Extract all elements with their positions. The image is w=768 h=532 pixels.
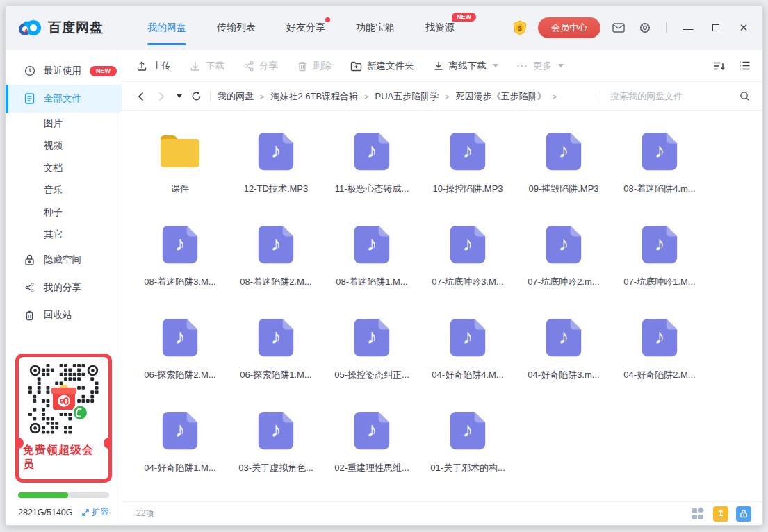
sidebar-item-hidden-space[interactable]: 隐藏空间	[6, 246, 122, 274]
gift-icon	[51, 385, 76, 410]
file-item[interactable]: ♪ 10-操控陷阱.MP3	[420, 121, 516, 214]
breadcrumb-item[interactable]: PUA五步陷阱学	[375, 90, 439, 103]
file-item[interactable]: ♪ 课件	[132, 121, 228, 214]
sidebar-item-pictures[interactable]: 图片	[6, 113, 122, 135]
file-name: 07-坑底呻吟3.M...	[432, 276, 503, 288]
file-icon: ♪	[254, 129, 298, 174]
header-right: $ 会员中心 — ✕	[512, 17, 753, 38]
tab-my-drive[interactable]: 我的网盘	[147, 6, 186, 50]
coin-badge-icon[interactable]: $	[512, 19, 528, 36]
file-item[interactable]: ♪ 08-着迷陷阱4.m...	[612, 121, 708, 214]
refresh-icon[interactable]	[189, 90, 203, 103]
file-icon: ♪	[350, 222, 394, 267]
music-note-glyph: ♪	[350, 222, 394, 267]
backup-upload-icon[interactable]	[713, 506, 728, 522]
hidden-space-lock-icon[interactable]	[736, 506, 751, 522]
file-item[interactable]: ♪ 04-好奇陷阱2.M...	[612, 307, 708, 400]
back-button[interactable]	[133, 90, 147, 103]
sidebar-item-others[interactable]: 其它	[6, 224, 122, 246]
file-item[interactable]: ♪ 06-探索陷阱1.M...	[228, 307, 324, 400]
file-item[interactable]: ♪ 09-摧毁陷阱.MP3	[516, 121, 612, 214]
upload-button[interactable]: 上传	[136, 60, 171, 72]
file-item[interactable]: ♪ 04-好奇陷阱1.M...	[132, 400, 228, 493]
breadcrumb-item[interactable]: 死囚漫步《五步陷阱》	[456, 90, 546, 103]
breadcrumb-item[interactable]: 淘妹社2.6TB课程合辑	[270, 90, 358, 103]
download-button[interactable]: 下载	[190, 60, 224, 72]
file-item[interactable]: ♪ 03-关于虚拟角色...	[228, 400, 324, 493]
search-input[interactable]	[610, 91, 732, 101]
file-icon: ♪	[541, 222, 586, 267]
offline-download-button[interactable]: 离线下载	[433, 60, 498, 72]
top-tabs: 我的网盘 传输列表 好友分享 功能宝箱 找资源 NEW	[147, 6, 455, 50]
file-item[interactable]: ♪ 06-探索陷阱2.M...	[132, 307, 228, 400]
tab-find-resources[interactable]: 找资源 NEW	[425, 6, 455, 50]
file-item[interactable]: ♪ 11-极恶心态铸成...	[324, 121, 420, 214]
share-button[interactable]: 分享	[243, 60, 278, 72]
mini-apps-icon[interactable]	[690, 506, 705, 522]
breadcrumb-item[interactable]: 我的网盘	[218, 90, 254, 103]
file-icon: ♪	[446, 129, 490, 174]
svg-text:$: $	[518, 25, 521, 32]
tab-transfer-list[interactable]: 传输列表	[217, 6, 256, 50]
file-name: 02-重建理性思维...	[334, 462, 409, 474]
sidebar-item-my-shares[interactable]: 我的分享	[6, 274, 122, 301]
more-button[interactable]: ··· 更多	[517, 60, 564, 72]
settings-gear-icon[interactable]	[637, 19, 653, 36]
mail-icon[interactable]	[610, 19, 627, 36]
minimize-button[interactable]: —	[679, 19, 697, 37]
file-item[interactable]: ♪ 08-着迷陷阱1.M...	[324, 214, 420, 307]
file-icon: ♪	[158, 129, 202, 174]
file-item[interactable]: ♪ 07-坑底呻吟1.M...	[612, 214, 708, 307]
promo-qr-card[interactable]: 免费领超级会员	[15, 354, 112, 483]
file-item[interactable]: ♪ 08-着迷陷阱2.M...	[228, 214, 324, 307]
file-name: 04-好奇陷阱4.M...	[432, 369, 503, 381]
sidebar-item-music[interactable]: 音乐	[6, 179, 122, 201]
music-note-glyph: ♪	[541, 129, 586, 174]
close-button[interactable]: ✕	[735, 19, 753, 37]
share-icon	[243, 60, 254, 72]
file-item[interactable]: ♪ 07-坑底呻吟3.M...	[420, 214, 516, 307]
storage-section: 2821G/5140G 扩容	[15, 483, 112, 518]
trash-icon	[24, 310, 35, 321]
music-note-glyph: ♪	[637, 129, 682, 174]
maximize-button[interactable]	[707, 19, 725, 37]
new-folder-button[interactable]: 新建文件夹	[350, 60, 414, 72]
view-mode-icon[interactable]	[737, 59, 751, 73]
file-name: 04-好奇陷阱2.M...	[623, 369, 695, 381]
file-name: 05-操控姿态纠正...	[334, 369, 409, 381]
file-item[interactable]: ♪ 08-着迷陷阱3.M...	[132, 214, 228, 307]
app-window: 百度网盘 我的网盘 传输列表 好友分享 功能宝箱 找资源 NEW	[5, 5, 763, 526]
music-note-glyph: ♪	[637, 222, 682, 267]
file-item[interactable]: ♪ 05-操控姿态纠正...	[324, 307, 420, 400]
tab-toolbox[interactable]: 功能宝箱	[356, 6, 395, 50]
file-item[interactable]: ♪ 07-坑底呻吟2.m...	[516, 214, 612, 307]
sidebar-item-recent[interactable]: 最近使用 NEW	[6, 57, 122, 85]
sidebar-item-videos[interactable]: 视频	[6, 135, 122, 157]
file-icon: ♪	[541, 129, 586, 174]
file-icon: ♪	[254, 222, 298, 267]
file-name: 06-探索陷阱1.M...	[240, 369, 311, 381]
file-item[interactable]: ♪ 01-关于邪术的构...	[420, 400, 516, 493]
history-dropdown-icon[interactable]	[177, 94, 182, 98]
file-icon: ♪	[446, 408, 490, 453]
tab-friend-share[interactable]: 好友分享	[286, 6, 325, 50]
music-note-glyph: ♪	[446, 408, 490, 453]
file-item[interactable]: ♪ 02-重建理性思维...	[324, 400, 420, 493]
sidebar-item-documents[interactable]: 文档	[6, 157, 122, 179]
delete-button[interactable]: 删除	[297, 60, 332, 72]
app-title: 百度网盘	[48, 19, 104, 37]
file-item[interactable]: ♪ 04-好奇陷阱4.M...	[420, 307, 516, 400]
sort-icon[interactable]	[712, 59, 726, 73]
share-icon	[24, 282, 35, 293]
file-item[interactable]: ♪ 04-好奇陷阱3.m...	[516, 307, 612, 400]
file-icon: ♪	[254, 408, 298, 453]
sidebar-item-torrents[interactable]: 种子	[6, 201, 122, 224]
music-note-glyph: ♪	[541, 315, 586, 360]
sidebar-item-all-files[interactable]: 全部文件	[6, 85, 122, 113]
member-center-button[interactable]: 会员中心	[538, 17, 600, 38]
file-item[interactable]: ♪ 12-TD技术.MP3	[228, 121, 324, 214]
forward-button[interactable]	[154, 90, 168, 103]
sidebar-item-recycle-bin[interactable]: 回收站	[6, 301, 122, 329]
search-icon[interactable]	[737, 90, 751, 103]
expand-storage-link[interactable]: 扩容	[81, 506, 109, 518]
